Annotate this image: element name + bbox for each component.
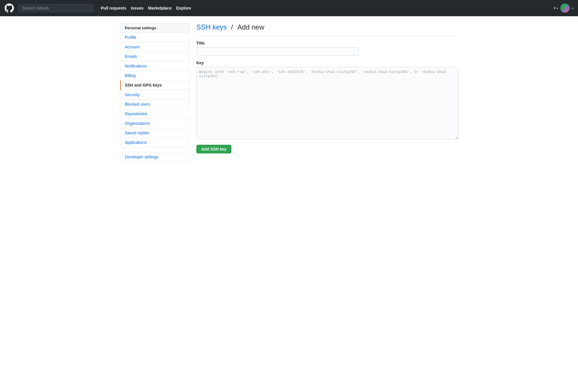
main-content: SSH keys / Add new Title Key Add SSH key	[196, 23, 458, 166]
sidebar-item-developer-settings[interactable]: Developer settings	[120, 152, 189, 162]
key-label: Key	[196, 61, 458, 65]
title-form-group: Title	[196, 41, 458, 56]
key-textarea[interactable]	[196, 67, 458, 139]
avatar[interactable]	[560, 3, 570, 13]
title-input[interactable]	[196, 47, 358, 56]
plus-caret-icon: ▾	[557, 7, 558, 10]
sidebar-item-applications[interactable]: Applications	[120, 138, 189, 147]
nav-right: + ▾ ▾	[553, 3, 573, 13]
nav-pull-requests[interactable]: Pull requests	[101, 6, 126, 10]
ssh-keys-breadcrumb-link[interactable]: SSH keys	[196, 23, 227, 31]
search-box[interactable]	[19, 4, 94, 12]
personal-settings-section: Personal settings Profile Account Emails…	[120, 23, 189, 147]
nav-explore[interactable]: Explore	[176, 6, 191, 10]
sidebar: Personal settings Profile Account Emails…	[120, 23, 189, 166]
page-title: SSH keys / Add new	[196, 23, 458, 36]
sidebar-item-account[interactable]: Account	[120, 42, 189, 52]
sidebar-item-emails[interactable]: Emails	[120, 52, 189, 61]
sidebar-item-blocked-users[interactable]: Blocked users	[120, 100, 189, 109]
page-container: Personal settings Profile Account Emails…	[115, 16, 463, 173]
nav-bar: Pull requests Issues Marketplace Explore…	[0, 0, 578, 16]
sidebar-item-security[interactable]: Security	[120, 90, 189, 100]
breadcrumb-separator: /	[231, 23, 235, 31]
title-label: Title	[196, 41, 458, 45]
sidebar-item-repositories[interactable]: Repositories	[120, 109, 189, 119]
breadcrumb-current: Add new	[237, 23, 264, 31]
add-ssh-key-button[interactable]: Add SSH key	[196, 145, 231, 153]
sidebar-item-profile[interactable]: Profile	[120, 33, 189, 42]
nav-links: Pull requests Issues Marketplace Explore	[101, 6, 549, 10]
search-input[interactable]	[19, 4, 94, 12]
sidebar-item-organizations[interactable]: Organizations	[120, 119, 189, 128]
new-item-button[interactable]: + ▾	[553, 6, 558, 11]
github-logo[interactable]	[5, 3, 14, 13]
sidebar-item-ssh-gpg-keys[interactable]: SSH and GPG keys	[120, 80, 189, 90]
nav-marketplace[interactable]: Marketplace	[148, 6, 172, 10]
sidebar-item-saved-replies[interactable]: Saved replies	[120, 128, 189, 138]
avatar-caret-icon: ▾	[572, 7, 573, 10]
key-form-group: Key	[196, 61, 458, 140]
sidebar-item-notifications[interactable]: Notifications	[120, 61, 189, 71]
nav-issues[interactable]: Issues	[131, 6, 144, 10]
sidebar-item-billing[interactable]: Billing	[120, 71, 189, 80]
personal-settings-header: Personal settings	[120, 23, 189, 33]
plus-icon: +	[553, 6, 556, 11]
developer-settings-section: Developer settings	[120, 152, 189, 162]
